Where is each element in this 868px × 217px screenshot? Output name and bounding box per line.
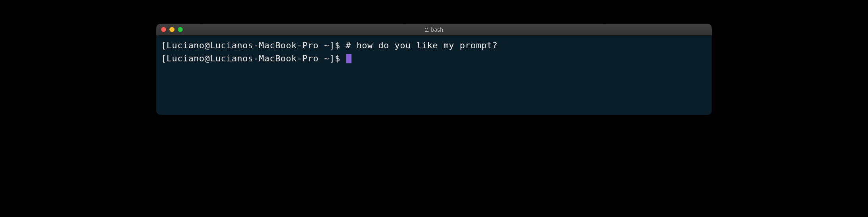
terminal-window: 2. bash [Luciano@Lucianos-MacBook-Pro ~]… <box>156 24 712 115</box>
traffic-lights <box>161 27 183 32</box>
maximize-button[interactable] <box>178 27 183 32</box>
command-text: # how do you like my prompt? <box>346 39 497 52</box>
prompt: [Luciano@Lucianos-MacBook-Pro ~]$ <box>161 39 346 52</box>
window-title: 2. bash <box>425 27 443 33</box>
cursor-icon <box>346 54 351 63</box>
terminal-line: [Luciano@Lucianos-MacBook-Pro ~]$ # how … <box>161 39 707 52</box>
terminal-body[interactable]: [Luciano@Lucianos-MacBook-Pro ~]$ # how … <box>156 36 712 115</box>
prompt: [Luciano@Lucianos-MacBook-Pro ~]$ <box>161 52 346 65</box>
minimize-button[interactable] <box>169 27 175 32</box>
title-bar: 2. bash <box>156 24 712 36</box>
close-button[interactable] <box>161 27 166 32</box>
terminal-line: [Luciano@Lucianos-MacBook-Pro ~]$ <box>161 52 707 65</box>
